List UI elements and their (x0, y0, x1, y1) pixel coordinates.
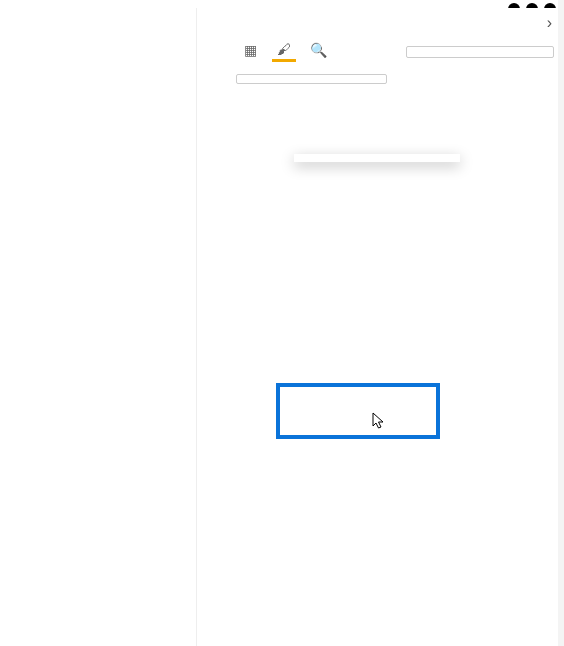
context-menu (294, 154, 460, 162)
format-paint-icon[interactable]: 🖌 (272, 38, 296, 62)
visualizations-gallery (228, 24, 395, 32)
bookmarks-tab[interactable] (203, 30, 207, 42)
analytics-icon[interactable]: 🔍 (306, 38, 330, 62)
selection-pane (30, 8, 197, 646)
fields-search-input[interactable] (406, 46, 554, 58)
visualizations-pane: ▦ 🖌 🔍 (228, 8, 395, 646)
format-options-list (228, 90, 395, 94)
fields-right-arrow-icon[interactable]: › (547, 14, 552, 32)
format-search-input[interactable] (236, 74, 387, 84)
fields-pane: › (400, 8, 560, 646)
scrollbar-track[interactable] (558, 0, 564, 646)
filters-tab[interactable] (12, 34, 16, 42)
fields-well-icon[interactable]: ▦ (238, 38, 262, 62)
selection-list (30, 49, 196, 57)
